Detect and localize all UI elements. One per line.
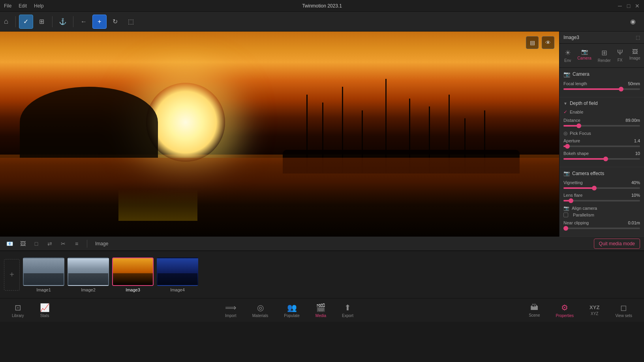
thumbnail-image4[interactable]: Image4 [157, 258, 198, 292]
add-media-button[interactable]: + [4, 259, 20, 291]
parallelism-checkbox[interactable] [563, 213, 568, 217]
nav-stats[interactable]: 📈 Stats [36, 300, 54, 320]
media-tool-email[interactable]: 📧 [4, 238, 15, 249]
menu-edit[interactable]: Edit [19, 3, 27, 9]
nav-materials[interactable]: ◎ Materials [248, 300, 272, 320]
effects-section-header: 📷 Camera effects [563, 170, 640, 176]
user-icon[interactable]: ◉ [626, 15, 640, 29]
quit-media-button[interactable]: Quit media mode [594, 239, 640, 249]
thumbnail-image1[interactable]: Image1 [23, 258, 64, 292]
lens-flare-slider-thumb[interactable] [569, 198, 573, 203]
toolbar-separator-3 [73, 16, 73, 27]
vignetting-slider-container[interactable] [563, 187, 640, 189]
align-camera-icon: 📷 [563, 205, 569, 211]
align-camera-label: Align camera [572, 206, 597, 211]
media-tool-image[interactable]: 🖼 [17, 238, 28, 249]
layout-button[interactable]: ▤ [526, 36, 539, 49]
aperture-slider-container[interactable] [563, 146, 640, 147]
distance-slider-track[interactable] [563, 125, 640, 127]
thumb-label-1: Image1 [36, 287, 51, 292]
viewport: ▤ 👁 [0, 32, 559, 237]
render-tab-label: Render [598, 58, 611, 63]
bokeh-slider-track[interactable] [563, 158, 640, 160]
panel-tabs: ☀ Env 📷 Camera ⊞ Render Ψ FX 🖼 Image [560, 44, 644, 68]
media-tool-list[interactable]: ≡ [71, 238, 82, 249]
bokeh-slider-fill [563, 158, 606, 160]
frame-tool-button[interactable]: ⬚ [124, 15, 138, 29]
nav-media[interactable]: 🎬 Media [312, 300, 330, 320]
nav-viewsets[interactable]: ◻ View sets [611, 300, 636, 320]
camera-section-icon: 📷 [563, 71, 570, 77]
import-label: Import [225, 313, 236, 318]
nav-import[interactable]: ⟹ Import [221, 300, 240, 320]
aperture-slider-thumb[interactable] [565, 144, 570, 149]
dof-section-header[interactable]: ▼ Depth of field [563, 101, 640, 106]
distance-slider-thumb[interactable] [576, 123, 581, 128]
panel-title: Image3 [563, 35, 579, 40]
materials-icon: ◎ [257, 303, 264, 312]
bokeh-slider-container[interactable] [563, 158, 640, 160]
app-title: Twinmotion 2023.1 [302, 3, 342, 9]
distance-slider-container[interactable] [563, 125, 640, 127]
tab-env[interactable]: ☀ Env [561, 47, 574, 64]
vignetting-slider-track[interactable] [563, 187, 640, 189]
thumb-img-4 [157, 258, 198, 286]
check-tool-button[interactable]: ✓ [19, 15, 33, 29]
near-clipping-slider-thumb[interactable] [563, 226, 568, 231]
properties-label: Properties [556, 313, 574, 318]
thumb-img-2 [68, 258, 109, 286]
vignetting-slider-thumb[interactable] [592, 186, 597, 190]
nav-library[interactable]: ⊡ Library [8, 300, 28, 320]
media-tool-swap[interactable]: ⇄ [44, 238, 55, 249]
lens-flare-slider-track[interactable] [563, 200, 640, 202]
home-icon[interactable]: ⌂ [4, 17, 8, 26]
nav-right-group: 🏔 Scene ⚙ Properties XYZ XYZ ◻ View sets [525, 300, 636, 320]
focal-length-slider-track[interactable] [563, 88, 640, 90]
menu-help[interactable]: Help [34, 3, 44, 9]
tab-fx[interactable]: Ψ FX [614, 47, 626, 64]
view-button[interactable]: 👁 [542, 36, 554, 49]
thumb-img-1 [23, 258, 64, 286]
near-clipping-slider-track[interactable] [563, 228, 640, 229]
refresh-tool-button[interactable]: ↻ [108, 15, 122, 29]
tab-render[interactable]: ⊞ Render [595, 47, 614, 64]
nav-export[interactable]: ⬆ Export [338, 300, 357, 320]
near-clipping-slider-container[interactable] [563, 228, 640, 229]
env-tab-label: Env [564, 58, 571, 63]
enable-check-icon[interactable]: ✓ [563, 109, 567, 115]
nav-properties[interactable]: ⚙ Properties [552, 300, 578, 320]
window-controls: ─ □ ✕ [617, 3, 640, 9]
nav-scene[interactable]: 🏔 Scene [525, 300, 544, 320]
lens-flare-slider-container[interactable] [563, 200, 640, 202]
vignetting-value: 40% [631, 180, 640, 185]
close-button[interactable]: ✕ [635, 3, 640, 9]
aperture-row: Aperture 1.4 [563, 138, 640, 143]
fx-tab-label: FX [618, 58, 623, 62]
focal-length-slider-thumb[interactable] [619, 87, 623, 91]
library-icon: ⊡ [15, 303, 21, 312]
parallelism-label: Parallelism [573, 213, 594, 217]
back-tool-button[interactable]: ← [77, 15, 91, 29]
vignetting-slider-fill [563, 187, 594, 189]
anchor-tool-button[interactable]: ⚓ [56, 15, 70, 29]
media-tool-cut[interactable]: ✂ [58, 238, 69, 249]
nav-populate[interactable]: 👥 Populate [280, 300, 303, 320]
thumbnail-image3[interactable]: Image3 [112, 258, 154, 292]
near-clipping-label: Near clipping [563, 220, 589, 225]
materials-label: Materials [252, 313, 268, 318]
aperture-slider-track[interactable] [563, 146, 640, 147]
nav-xyz[interactable]: XYZ XYZ [586, 302, 603, 318]
bokeh-slider-thumb[interactable] [603, 157, 608, 161]
tab-camera[interactable]: 📷 Camera [574, 47, 595, 64]
focal-length-slider-container[interactable] [563, 88, 640, 90]
thumbnail-image2[interactable]: Image2 [68, 258, 109, 292]
panel-expand-icon[interactable]: ⬚ [636, 35, 640, 40]
maximize-button[interactable]: □ [626, 3, 631, 9]
grid-tool-button[interactable]: ⊞ [35, 15, 49, 29]
menu-file[interactable]: File [4, 3, 11, 9]
stats-label: Stats [40, 313, 49, 318]
plus-tool-button[interactable]: + [92, 15, 107, 29]
tab-image[interactable]: 🖼 Image [626, 47, 644, 64]
minimize-button[interactable]: ─ [617, 3, 623, 9]
media-tool-square[interactable]: □ [31, 238, 42, 249]
